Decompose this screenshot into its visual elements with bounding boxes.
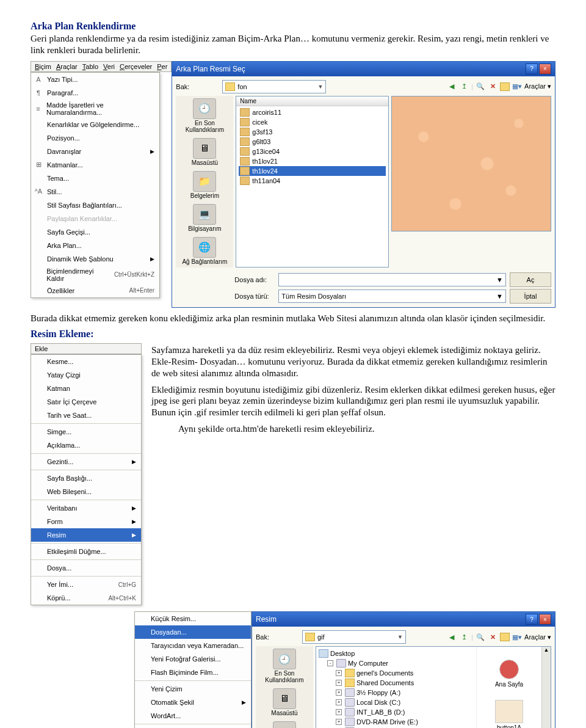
file-item[interactable]: arcoiris11 [239, 107, 386, 117]
menu-item[interactable]: Tarih ve Saat... [31, 409, 141, 422]
tree-node[interactable]: +INT_LAB_B (D:) [319, 707, 474, 717]
thumbnail[interactable]: Ana Sayfa [495, 658, 523, 688]
menu-item[interactable]: Resim▶ [31, 528, 141, 542]
menubar-item[interactable]: Tablo [82, 63, 98, 70]
places-item[interactable]: 🕘En Son Kullandıklarım [177, 98, 232, 133]
bicim-dropdown[interactable]: AYazı Tipi...¶Paragraf...≡Madde İşaretle… [31, 72, 160, 298]
ac-button[interactable]: Aç [510, 272, 551, 287]
folder-combo[interactable]: gif ▼ [302, 630, 406, 644]
menubar[interactable]: BiçimAraçlarTabloVeriÇerçevelerPer [31, 61, 172, 72]
menu-item[interactable]: Stil Sayfası Bağlantıları... [31, 198, 159, 212]
menu-item[interactable]: Yeni Çizim [135, 682, 251, 696]
tree-node[interactable]: +Local Disk (C:) [319, 697, 474, 707]
help-button[interactable]: ? [526, 64, 538, 75]
menu-item[interactable]: Simge... [31, 425, 141, 439]
help-button[interactable]: ? [526, 614, 538, 625]
file-item[interactable]: th1lov24 [239, 166, 386, 176]
menu-item[interactable]: Etkileşimli Düğme... [31, 545, 141, 558]
menu-item[interactable]: Form▶ [31, 515, 141, 528]
tree-node[interactable]: Desktop [319, 649, 474, 658]
menu-item[interactable]: Sayfa Geçişi... [31, 225, 159, 239]
menu-item[interactable]: Tarayıcıdan veya Kameradan... [135, 639, 251, 652]
tools-menu[interactable]: Araçlar ▾ [524, 82, 551, 90]
file-item[interactable]: th1lov21 [239, 156, 386, 166]
folder-tree-pane[interactable]: Desktop-My Computer+genel's Documents+Sh… [316, 646, 551, 728]
delete-icon[interactable]: ✕ [488, 82, 497, 92]
menu-item[interactable]: Flash Biçiminde Film... [135, 666, 251, 679]
menu-item[interactable]: Tema... [31, 172, 159, 185]
menu-item[interactable]: Satır İçi Çerçeve [31, 395, 141, 409]
menu-item[interactable]: Yatay Çizgi [31, 368, 141, 382]
menu-item[interactable]: ¶Paragraf... [31, 86, 159, 100]
close-button[interactable]: × [539, 614, 551, 625]
menu-item[interactable]: Dosyadan... [135, 625, 251, 639]
up-icon[interactable]: ↥ [459, 632, 469, 642]
places-item[interactable]: 💻Bilgisayarım [177, 204, 232, 232]
menu-item[interactable]: ÖzelliklerAlt+Enter [31, 284, 159, 297]
menu-item[interactable]: Davranışlar▶ [31, 145, 159, 158]
views-icon[interactable]: ▦▾ [512, 82, 522, 92]
search-icon[interactable]: 🔍 [476, 82, 485, 92]
menubar-item[interactable]: Biçim [35, 63, 51, 70]
menu-item[interactable]: AYazı Tipi... [31, 73, 159, 86]
back-icon[interactable]: ◀ [447, 82, 457, 92]
menubar-item[interactable]: Araçlar [56, 63, 78, 70]
places-item[interactable]: 🕘En Son Kullandıklarım [257, 649, 312, 683]
file-item[interactable]: g13ice04 [239, 147, 386, 156]
menu-item[interactable]: Katman [31, 382, 141, 395]
places-item[interactable]: 🖥Masaüstü [257, 688, 312, 716]
menu-item[interactable]: Dinamik Web Şablonu▶ [31, 252, 159, 266]
menu-item[interactable]: Küçük Resim... [135, 612, 251, 625]
menu-item[interactable]: Sayfa Başlığı... [31, 471, 141, 485]
menu-item[interactable]: Köprü...Alt+Ctrl+K [31, 591, 141, 605]
dosya-turu-combo[interactable]: Tüm Resim Dosyaları ▼ [278, 289, 506, 303]
menu-item[interactable]: Arka Plan... [31, 239, 159, 252]
menu-item[interactable]: Açıklama... [31, 439, 141, 452]
new-folder-icon[interactable] [500, 633, 510, 641]
menu-item[interactable]: Biçimlendirmeyi KaldırCtrl+ÜstKrkt+Z [31, 266, 159, 284]
ekle-dropdown[interactable]: Kesme...Yatay ÇizgiKatmanSatır İçi Çerçe… [31, 354, 142, 605]
ekle-menubar[interactable]: Ekle [31, 343, 142, 354]
menu-item[interactable]: ⊞Katmanlar... [31, 158, 159, 172]
menu-item[interactable]: Pozisyon... [31, 131, 159, 145]
menubar-item[interactable]: Veri [103, 63, 115, 70]
menubar-item[interactable]: Per [157, 63, 167, 70]
menu-item[interactable]: Yer İmi...Ctrl+G [31, 578, 141, 591]
menu-item[interactable]: Kesme... [31, 355, 141, 368]
menu-item[interactable]: Video... [135, 726, 251, 728]
back-icon[interactable]: ◀ [447, 632, 457, 642]
delete-icon[interactable]: ✕ [488, 632, 497, 642]
iptal-button[interactable]: İptal [510, 289, 551, 304]
places-item[interactable]: 🖥Masaüstü [177, 138, 232, 166]
resim-submenu[interactable]: Küçük Resim...Dosyadan...Tarayıcıdan vey… [134, 611, 251, 728]
ekle-menu-label[interactable]: Ekle [35, 345, 48, 352]
folder-combo[interactable]: fon ▼ [222, 80, 326, 93]
file-item[interactable]: cicek [239, 117, 386, 127]
thumbnail[interactable]: button1A [495, 700, 523, 728]
places-item[interactable]: 📁Belgelerim [257, 721, 312, 728]
file-item[interactable]: g3sf13 [239, 127, 386, 137]
tree-node[interactable]: +3½ Floppy (A:) [319, 688, 474, 697]
scrollbar[interactable]: ▲▼ [541, 647, 551, 728]
menu-item[interactable]: Veritabanı▶ [31, 501, 141, 515]
search-icon[interactable]: 🔍 [476, 632, 485, 642]
views-icon[interactable]: ▦▾ [512, 632, 522, 642]
name-column-header[interactable]: Name [236, 96, 388, 106]
menu-item[interactable]: Gezinti...▶ [31, 455, 141, 468]
tree-node[interactable]: -My Computer [319, 658, 474, 668]
tree-node[interactable]: +genel's Documents [319, 668, 474, 678]
menu-item[interactable]: Yeni Fotoğraf Galerisi... [135, 652, 251, 666]
places-item[interactable]: 📁Belgelerim [177, 171, 232, 199]
menubar-item[interactable]: Çerçeveler [120, 63, 152, 70]
menu-item[interactable]: Kenarlıklar ve Gölgelendirme... [31, 118, 159, 131]
menu-item[interactable]: Dosya... [31, 561, 141, 575]
menu-item[interactable]: Otomatik Şekil▶ [135, 696, 251, 709]
menu-item[interactable]: WordArt... [135, 709, 251, 723]
close-button[interactable]: × [539, 64, 551, 75]
menu-item[interactable]: ≡Madde İşaretleri ve Numaralandırma... [31, 100, 159, 118]
menu-item[interactable]: ᴬAStil... [31, 185, 159, 198]
tools-menu[interactable]: Araçlar ▾ [524, 633, 551, 641]
dosya-adi-input[interactable]: ▼ [278, 273, 506, 286]
tree-node[interactable]: +DVD-RAM Drive (E:) [319, 717, 474, 727]
tree-node[interactable]: +Shared Documents [319, 678, 474, 688]
